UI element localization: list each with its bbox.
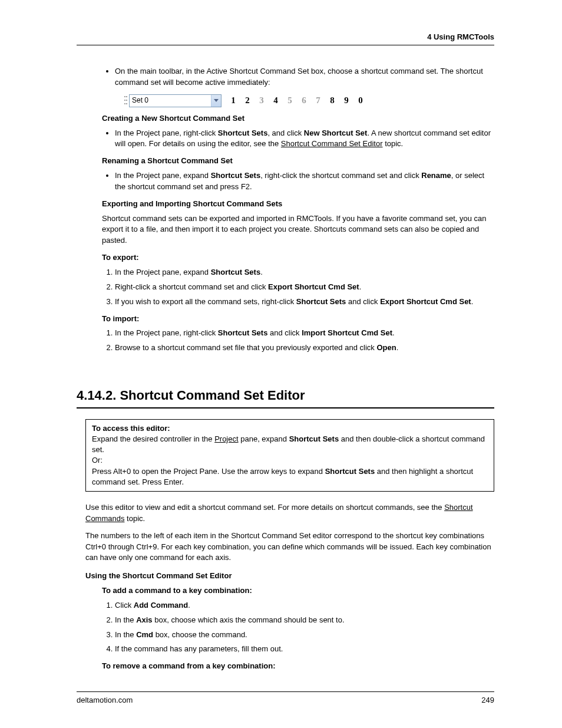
body-content: On the main toolbar, in the Active Short… (77, 66, 494, 680)
footer-page-number: 249 (481, 696, 494, 704)
shortcut-number[interactable]: 6 (297, 94, 311, 107)
shortcut-number[interactable]: 5 (283, 94, 297, 107)
add-step-1: Click Add Command. (115, 600, 494, 611)
footer-site: deltamotion.com (77, 696, 133, 704)
add-step-2: In the Axis box, choose which axis the c… (115, 615, 494, 626)
export-step-1: In the Project pane, expand Shortcut Set… (115, 267, 494, 278)
import-step-2: Browse to a shortcut command set file th… (115, 342, 494, 354)
shortcut-number[interactable]: 8 (325, 94, 339, 107)
shortcut-number[interactable]: 1 (226, 94, 240, 107)
active-set-dropdown[interactable]: Set 0 (129, 94, 222, 107)
add-step-3: In the Cmd box, choose the command. (115, 630, 494, 641)
import-step-1: In the Project pane, right-click Shortcu… (115, 328, 494, 339)
export-step-3: If you wish to export all the command se… (115, 297, 494, 308)
intro-bullet: On the main toolbar, in the Active Short… (115, 66, 494, 88)
dropdown-value: Set 0 (130, 95, 211, 106)
shortcut-number[interactable]: 3 (254, 94, 269, 107)
create-heading: Creating a New Shortcut Command Set (102, 113, 494, 124)
editor-intro-p2: The numbers to the left of each item in … (85, 531, 494, 564)
export-heading: To export: (102, 252, 494, 263)
shortcut-number[interactable]: 4 (269, 94, 283, 107)
export-step-2: Right-click a shortcut command set and c… (115, 282, 494, 293)
add-step-4: If the command has any parameters, fill … (115, 644, 494, 655)
shortcut-number[interactable]: 0 (353, 94, 368, 107)
shortcut-number[interactable]: 2 (240, 94, 254, 107)
create-bullet: In the Project pane, right-click Shortcu… (115, 128, 494, 150)
using-editor-heading: Using the Shortcut Command Set Editor (85, 571, 494, 582)
link-project-pane[interactable]: Project (214, 434, 238, 443)
remove-command-heading: To remove a command from a key combinati… (102, 661, 494, 672)
rename-heading: Renaming a Shortcut Command Set (102, 156, 494, 167)
access-editor-box: To access this editor: Expand the desire… (85, 419, 494, 492)
link-shortcut-editor[interactable]: Shortcut Command Set Editor (281, 139, 383, 148)
rename-bullet: In the Project pane, expand Shortcut Set… (115, 170, 494, 193)
shortcut-number-strip: 1234567890 (226, 94, 368, 107)
add-command-heading: To add a command to a key combination: (102, 585, 494, 597)
import-heading: To import: (102, 314, 494, 325)
chevron-down-icon[interactable] (211, 95, 221, 107)
shortcut-number[interactable]: 9 (339, 94, 353, 107)
section-4-14-2-heading: 4.14.2. Shortcut Command Set Editor (77, 386, 494, 409)
expimp-paragraph: Shortcut command sets can be exported an… (91, 213, 494, 247)
expimp-heading: Exporting and Importing Shortcut Command… (102, 199, 494, 210)
shortcut-number[interactable]: 7 (311, 94, 325, 107)
header-section: 4 Using RMCTools (427, 32, 494, 41)
page-header: 4 Using RMCTools (77, 32, 494, 45)
shortcut-toolbar-illustration: Set 0 1234567890 (124, 94, 494, 107)
grip-icon (124, 94, 128, 106)
page-footer: deltamotion.com 249 (77, 691, 494, 704)
editor-intro-p1: Use this editor to view and edit a short… (85, 502, 494, 525)
